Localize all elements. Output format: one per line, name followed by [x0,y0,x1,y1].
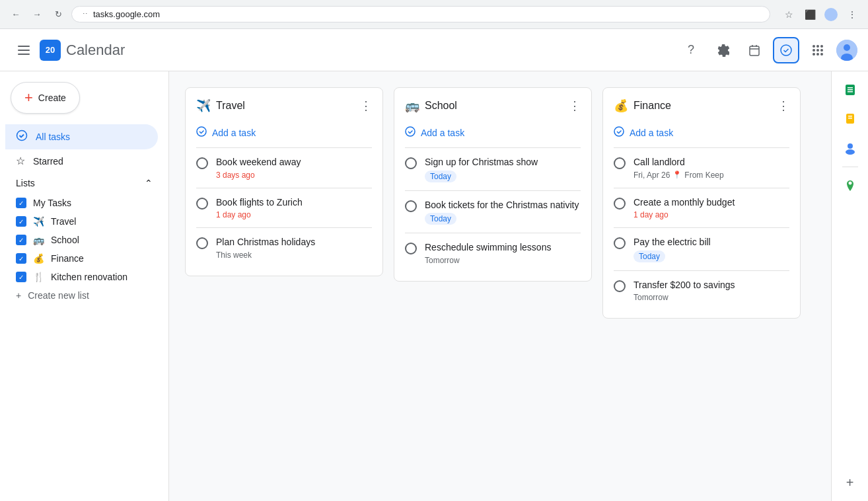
create-new-list-button[interactable]: + Create new list [5,286,163,305]
task-title-call-landlord: Call landlord [633,156,789,169]
task-title-reschedule: Reschedule swimming lessons [425,241,581,254]
sidebar-item-starred[interactable]: ☆ Starred [5,149,158,173]
create-list-label: Create new list [28,290,89,301]
task-circle-book-flights[interactable] [196,198,208,210]
finance-task-card: 💰 Finance ⋮ Add a task Call landlor [602,87,801,319]
school-checkbox: ✓ [16,235,26,245]
task-circle-plan-christmas[interactable] [196,237,208,249]
address-bar[interactable]: ⋅⋅ tasks.google.com [71,6,770,22]
school-card-header: 🚌 School ⋮ [405,98,581,113]
list-item-school[interactable]: ✓ 🚌 School [5,231,158,249]
travel-label: Travel [51,216,76,227]
task-title-book-tickets: Book tickets for the Christmas nativity [425,199,581,212]
task-circle-monthly-budget[interactable] [614,198,626,210]
task-circle-call-landlord[interactable] [614,157,626,169]
url-text: tasks.google.com [93,9,160,19]
svg-rect-0 [18,46,30,47]
lists-section-header[interactable]: Lists ⌃ [5,173,163,194]
task-circle-transfer-savings[interactable] [614,280,626,292]
school-card-menu[interactable]: ⋮ [569,98,581,113]
reload-button[interactable]: ↻ [50,7,66,22]
task-meta-plan-christmas: This week [216,251,372,260]
sheets-button[interactable] [837,77,863,103]
my-tasks-label: My Tasks [33,198,71,208]
svg-point-10 [820,45,823,48]
school-add-task-icon [405,126,416,139]
list-item-travel[interactable]: ✓ ✈️ Travel [5,212,158,231]
svg-rect-27 [848,91,853,93]
finance-card-menu[interactable]: ⋮ [778,98,789,113]
create-plus-icon: + [24,89,33,106]
maps-button[interactable] [837,173,863,199]
create-button[interactable]: + Create [11,82,80,114]
task-circle-electric-bill[interactable] [614,237,626,249]
right-sidebar-divider [842,167,858,167]
create-list-plus-icon: + [16,290,21,301]
school-add-task-button[interactable]: Add a task [405,124,464,142]
task-title-electric-bill: Pay the electric bill [633,236,789,249]
travel-add-task-label: Add a task [212,128,256,138]
finance-card-header: 💰 Finance ⋮ [614,98,789,113]
task-item-reschedule: Reschedule swimming lessons Tomorrow [405,236,581,270]
bookmark-button[interactable]: ☆ [781,7,797,22]
school-divider-2 [405,190,581,191]
calendar-logo [40,40,61,61]
extensions-button[interactable]: ⬛ [802,7,818,22]
school-add-task-label: Add a task [421,128,464,138]
help-button[interactable]: ? [678,37,704,63]
task-content-sign-up: Sign up for Christmas show Today [425,156,581,182]
app-header: Calendar ? [0,29,868,71]
user-avatar[interactable] [836,40,857,61]
list-item-kitchen[interactable]: ✓ 🍴 Kitchen renovation [5,268,158,286]
svg-point-8 [813,45,815,48]
main-layout: + Create All tasks ☆ Starred Lists ⌃ ✓ M… [0,71,868,501]
back-button[interactable]: ← [8,7,24,22]
task-content-book-flights: Book flights to Zurich 1 day ago [216,196,372,220]
content-area: ✈️ Travel ⋮ Add a task Book weekend [169,71,831,501]
task-meta-monthly-budget: 1 day ago [633,210,789,219]
task-item-book-flights: Book flights to Zurich 1 day ago [196,191,372,225]
task-content-plan-christmas: Plan Christmas holidays This week [216,236,372,260]
travel-card-menu[interactable]: ⋮ [360,98,372,113]
school-card-title: 🚌 School [405,98,457,113]
contacts-button[interactable] [837,135,863,161]
travel-emoji: ✈️ [33,216,44,227]
list-item-my-tasks[interactable]: ✓ My Tasks [5,194,158,212]
finance-add-task-label: Add a task [630,128,673,138]
task-circle-sign-up[interactable] [405,157,417,169]
forward-button[interactable]: → [29,7,45,22]
sidebar-item-all-tasks[interactable]: All tasks [5,124,158,149]
task-meta-book-flights: 1 day ago [216,210,372,219]
svg-rect-29 [848,116,852,117]
task-content-book-tickets: Book tickets for the Christmas nativity … [425,199,581,225]
app-logo: Calendar [40,40,125,61]
task-item-electric-bill: Pay the electric bill Today [614,231,789,268]
keep-button[interactable] [837,106,863,132]
task-item-transfer-savings: Transfer $200 to savings Tomorrow [614,274,789,308]
travel-card-title: ✈️ Travel [196,98,245,113]
list-item-finance[interactable]: ✓ 💰 Finance [5,249,158,268]
svg-point-9 [816,45,819,48]
travel-add-task-button[interactable]: Add a task [196,124,256,142]
add-sidebar-app-button[interactable]: + [837,469,863,496]
apps-button[interactable] [805,37,831,63]
profile-button[interactable] [823,7,839,22]
finance-add-task-button[interactable]: Add a task [614,124,673,142]
svg-point-23 [614,127,624,136]
settings-button[interactable] [709,37,736,63]
task-circle-book-tickets[interactable] [405,200,417,212]
school-emoji: 🚌 [33,235,44,245]
tasks-button[interactable] [773,37,799,63]
task-title-plan-christmas: Plan Christmas holidays [216,236,372,249]
finance-card-emoji: 💰 [614,98,628,113]
svg-point-15 [816,53,819,56]
hamburger-menu[interactable] [11,37,37,63]
menu-button[interactable]: ⋮ [844,7,860,22]
svg-point-14 [813,53,815,56]
task-content-reschedule: Reschedule swimming lessons Tomorrow [425,241,581,265]
finance-emoji: 💰 [33,253,44,264]
task-circle-reschedule[interactable] [405,243,417,254]
task-content-book-weekend: Book weekend away 3 days ago [216,156,372,180]
task-circle-book-weekend[interactable] [196,157,208,169]
calendar-button[interactable] [741,37,768,63]
